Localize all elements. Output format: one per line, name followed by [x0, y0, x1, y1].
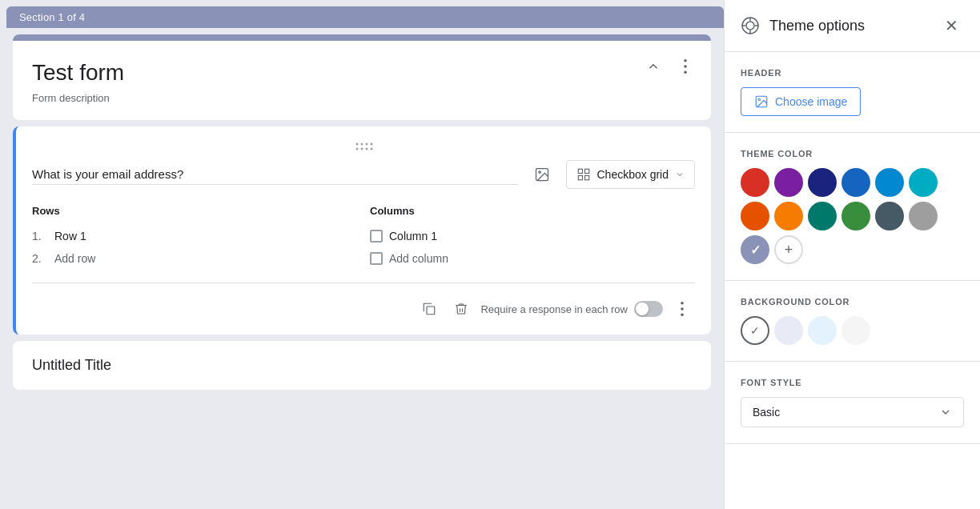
- theme-color-grid: +: [741, 168, 964, 264]
- panel-title: Theme options: [769, 18, 929, 34]
- untitled-card: Untitled Title: [13, 341, 711, 390]
- svg-point-7: [356, 148, 359, 150]
- column-1-checkbox: [370, 230, 383, 242]
- add-row-item[interactable]: 2. Add row: [32, 247, 357, 270]
- background-color-grid: ✓: [741, 316, 964, 345]
- rows-column: Rows 1. Row 1 2. Add row: [32, 205, 370, 270]
- require-response-toggle[interactable]: [634, 301, 663, 317]
- question-type-label: Checkbox grid: [597, 168, 669, 181]
- color-purple[interactable]: [774, 168, 803, 197]
- svg-point-3: [356, 143, 359, 146]
- question-top-row: Checkbox grid: [32, 160, 695, 189]
- svg-point-20: [681, 313, 684, 316]
- column-1: Column 1: [370, 225, 695, 247]
- choose-image-label: Choose image: [775, 95, 847, 108]
- more-options-button[interactable]: [673, 54, 698, 79]
- form-header-actions: [641, 54, 698, 79]
- color-teal[interactable]: [808, 202, 837, 230]
- delete-button[interactable]: [448, 296, 474, 322]
- font-style-label: FONT STYLE: [741, 378, 964, 387]
- columns-column: Columns Column 1 Add column: [370, 205, 695, 270]
- color-light-blue[interactable]: [875, 168, 904, 197]
- header-section: HEADER Choose image: [725, 52, 980, 133]
- row-1-number: 1.: [32, 230, 48, 242]
- background-color-label: BACKGROUND COLOR: [741, 297, 964, 307]
- color-red[interactable]: [741, 168, 769, 197]
- svg-point-2: [684, 70, 687, 74]
- theme-color-label: THEME COLOR: [741, 149, 964, 158]
- svg-point-19: [681, 307, 684, 311]
- duplicate-button[interactable]: [416, 296, 442, 322]
- add-column-text: Add column: [389, 252, 448, 265]
- header-label: HEADER: [741, 68, 964, 78]
- column-1-text: Column 1: [389, 230, 437, 242]
- panel-header: Theme options ✕: [725, 0, 980, 52]
- svg-rect-14: [584, 169, 588, 173]
- row-1: 1. Row 1: [32, 225, 357, 247]
- svg-rect-13: [578, 169, 582, 173]
- more-options-card-button[interactable]: [669, 296, 695, 322]
- section-tab: Section 1 of 4: [6, 6, 724, 28]
- row-2-number: 2.: [32, 252, 48, 265]
- bg-light-grey[interactable]: [841, 316, 870, 345]
- svg-point-5: [366, 143, 368, 146]
- color-blue-grey[interactable]: [875, 202, 904, 230]
- add-column-checkbox: [370, 252, 383, 265]
- form-title: Test form: [32, 60, 692, 86]
- collapse-button[interactable]: [641, 54, 666, 79]
- svg-point-22: [746, 22, 754, 30]
- left-panel: Section 1 of 4 Test form Form descriptio…: [0, 0, 724, 509]
- svg-point-6: [371, 143, 373, 146]
- close-panel-button[interactable]: ✕: [938, 13, 964, 38]
- svg-rect-15: [578, 176, 582, 180]
- svg-point-0: [684, 59, 687, 62]
- color-green[interactable]: [841, 202, 870, 230]
- row-1-text: Row 1: [54, 230, 86, 242]
- drag-handle: [32, 142, 695, 150]
- color-dark-blue[interactable]: [808, 168, 837, 197]
- font-style-value: Basic: [753, 406, 780, 419]
- color-cyan[interactable]: [909, 168, 938, 197]
- svg-point-1: [684, 65, 687, 68]
- svg-rect-17: [427, 307, 435, 315]
- untitled-title: Untitled Title: [32, 357, 692, 374]
- question-type-dropdown[interactable]: Checkbox grid: [566, 160, 696, 189]
- add-image-button[interactable]: [528, 160, 556, 189]
- rows-label: Rows: [32, 205, 357, 217]
- theme-icon: [741, 16, 760, 35]
- card-divider: [32, 283, 695, 283]
- question-input[interactable]: [32, 164, 518, 185]
- svg-point-10: [371, 148, 373, 150]
- color-blue[interactable]: [841, 168, 870, 197]
- color-amber[interactable]: [774, 202, 803, 230]
- font-style-dropdown[interactable]: Basic: [741, 397, 964, 427]
- add-row-text: Add row: [54, 252, 95, 265]
- rows-columns-section: Rows 1. Row 1 2. Add row Columns Column …: [32, 205, 695, 270]
- background-color-section: BACKGROUND COLOR ✓: [725, 281, 980, 362]
- form-area: Test form Form description: [0, 28, 724, 403]
- form-header-card: Test form Form description: [13, 34, 711, 120]
- choose-image-button[interactable]: Choose image: [741, 87, 861, 116]
- form-description: Form description: [32, 92, 692, 104]
- columns-label: Columns: [370, 205, 695, 217]
- bg-white[interactable]: ✓: [741, 316, 769, 345]
- svg-point-12: [538, 171, 540, 174]
- add-color-button[interactable]: +: [774, 235, 803, 264]
- svg-point-8: [361, 148, 363, 150]
- svg-rect-16: [584, 176, 588, 180]
- svg-point-9: [366, 148, 368, 150]
- color-grey[interactable]: [909, 202, 938, 230]
- add-column-item[interactable]: Add column: [370, 247, 695, 270]
- bg-light-purple[interactable]: [774, 316, 803, 345]
- svg-point-18: [681, 302, 684, 305]
- color-selected[interactable]: [741, 235, 769, 264]
- dropdown-arrow-icon: [939, 406, 952, 419]
- svg-point-4: [361, 143, 363, 146]
- card-bottom-row: Require a response in each row: [32, 290, 695, 322]
- svg-point-24: [758, 98, 760, 100]
- theme-color-section: THEME COLOR +: [725, 133, 980, 281]
- question-card: Checkbox grid Rows 1. Row 1 2. Add row: [13, 126, 711, 335]
- bg-light-blue[interactable]: [808, 316, 837, 345]
- color-orange[interactable]: [741, 202, 769, 230]
- font-style-section: FONT STYLE Basic: [725, 362, 980, 444]
